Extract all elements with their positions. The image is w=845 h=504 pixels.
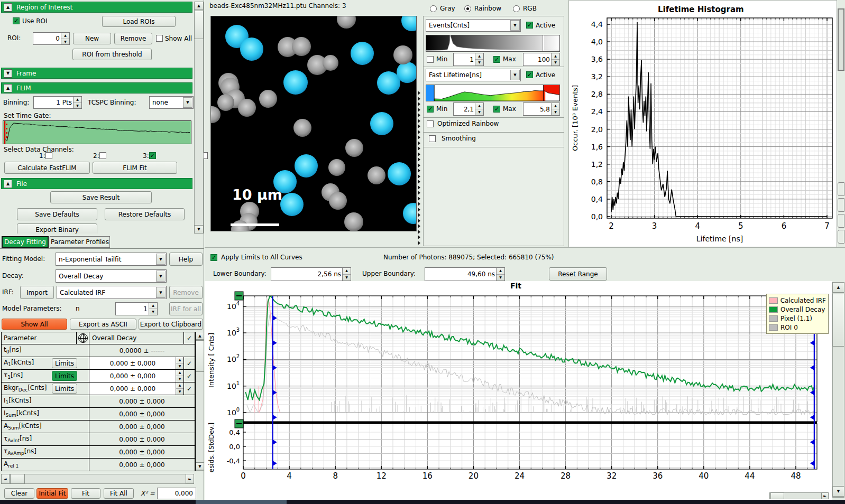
spin-arrows[interactable]: ▲▼ (475, 53, 483, 66)
spin-arrows[interactable]: ▲▼ (176, 357, 183, 369)
expand-icon[interactable]: ▼ (4, 69, 12, 78)
spin-arrows[interactable]: ▲▼ (176, 382, 183, 395)
collapse-icon[interactable]: ▲ (4, 3, 12, 12)
param-value-input[interactable]: 0,000 ± 0,000▲▼ (89, 370, 184, 382)
spin-down-icon[interactable]: ▼ (74, 103, 81, 109)
save-result-button[interactable]: Save Result (50, 191, 152, 203)
scroll-up-icon[interactable]: ▲ (194, 2, 204, 10)
spin-up-icon[interactable]: ▲ (61, 33, 69, 39)
fitting-model-dropdown[interactable]: n-Exponential Tailfit ▼ (56, 253, 167, 266)
chevron-down-icon[interactable]: ▼ (156, 287, 166, 298)
reset-range-button[interactable]: Reset Range (549, 267, 607, 281)
scroll-right-icon[interactable]: ► (821, 492, 829, 499)
spin-up-icon[interactable]: ▲ (552, 53, 559, 60)
lifetime-gradient-bar[interactable] (426, 85, 560, 101)
scroll-right-icon[interactable]: ► (186, 474, 194, 484)
chevron-down-icon[interactable]: ▼ (156, 254, 166, 265)
binning-spin-arrows[interactable]: ▲▼ (73, 97, 81, 108)
tool-button[interactable] (838, 214, 844, 228)
scrollbar-thumb[interactable] (770, 492, 784, 499)
tool-button[interactable] (838, 198, 844, 212)
param-value-input[interactable]: 0,000 ± 0,000▲▼ (89, 357, 184, 369)
fit-all-button[interactable]: Fit All (104, 488, 134, 499)
collapse-icon[interactable]: ▲ (4, 84, 12, 92)
spin-down-icon[interactable]: ▼ (552, 109, 559, 115)
section-header-flim[interactable]: ▲ FLIM (1, 82, 192, 94)
spin-up-icon[interactable]: ▲ (552, 103, 559, 109)
lifetime-min-checkbox[interactable] (427, 106, 434, 113)
binning-spinbox[interactable]: 1 Pts ▲▼ (33, 96, 82, 109)
optimized-rainbow-checkbox[interactable] (427, 120, 434, 127)
tool-strip-slot[interactable] (838, 8, 844, 71)
spin-down-icon[interactable]: ▼ (552, 60, 559, 66)
spin-down-icon[interactable]: ▼ (475, 60, 483, 66)
n-spinbox[interactable]: 1 ▲▼ (115, 302, 158, 315)
limits-button[interactable]: Limits (52, 358, 77, 368)
export-ascii-button[interactable]: Export as ASCII (70, 319, 136, 330)
spin-down-icon[interactable]: ▼ (475, 109, 483, 115)
save-defaults-button[interactable]: Save Defaults (17, 208, 97, 220)
scrollbar-thumb[interactable] (832, 294, 844, 347)
events-max-checkbox[interactable] (493, 56, 500, 63)
spin-up-icon[interactable]: ▲ (497, 268, 504, 275)
spin-up-icon[interactable]: ▲ (74, 97, 81, 103)
spin-arrows[interactable]: ▲▼ (496, 268, 504, 281)
irf-import-button[interactable]: Import (20, 286, 54, 299)
scroll-up-icon[interactable]: ▲ (832, 282, 844, 293)
collapse-icon[interactable]: ▲ (4, 180, 12, 188)
events-min-spinbox[interactable]: 1 ▲▼ (453, 53, 484, 66)
show-all-curves-button[interactable]: Show All (2, 319, 67, 330)
tool-button[interactable] (838, 230, 844, 244)
lifetime-active-checkbox[interactable] (526, 71, 533, 78)
globe-icon[interactable] (77, 332, 89, 344)
chevron-down-icon[interactable]: ▼ (156, 270, 166, 282)
irf-dropdown[interactable]: Calculated IRF ▼ (57, 286, 167, 299)
spin-arrows[interactable]: ▲▼ (475, 103, 483, 115)
scroll-left-icon[interactable]: ◄ (1, 474, 10, 484)
export-clipboard-button[interactable]: Export to Clipboard (139, 319, 203, 330)
section-header-file[interactable]: ▲ File (1, 178, 192, 189)
chevron-down-icon[interactable]: ▼ (510, 20, 520, 31)
scroll-up-icon[interactable]: ▲ (196, 332, 204, 340)
section-header-region-of-interest[interactable]: ▲ Region of Interest (1, 2, 192, 13)
lifetime-min-spinbox[interactable]: 2,1 ▲▼ (453, 102, 484, 116)
fit-chart[interactable]: 048121620242832364044481001011021031040,… (205, 281, 832, 500)
spin-up-icon[interactable]: ▲ (475, 53, 483, 60)
tab-parameter-profiles[interactable]: Parameter Profiles (50, 236, 110, 248)
spin-arrows[interactable]: ▲▼ (176, 370, 183, 382)
new-roi-button[interactable]: New (73, 33, 111, 44)
lifetime-histogram-chart[interactable]: 2345670,00,40,81,21,62,02,42,83,23,64,04… (569, 1, 837, 247)
gray-radio[interactable] (430, 5, 437, 12)
flim-fit-button[interactable]: FLIM Fit (93, 162, 177, 174)
export-binary-button[interactable]: Export Binary (17, 223, 97, 234)
spin-up-icon[interactable]: ▲ (343, 268, 351, 275)
bead-image[interactable]: 10 µm (210, 16, 417, 231)
fit-button[interactable]: Fit (71, 488, 100, 499)
spin-down-icon[interactable]: ▼ (61, 39, 69, 45)
show-all-checkbox[interactable] (156, 35, 163, 42)
spin-down-icon[interactable]: ▼ (343, 275, 351, 281)
channel-checkbox-3[interactable] (149, 152, 156, 159)
load-rois-button[interactable]: Load ROIs (102, 16, 176, 27)
scrollbar-thumb[interactable] (196, 340, 204, 372)
chevron-down-icon[interactable]: ▼ (183, 97, 192, 108)
calculate-fastflim-button[interactable]: Calculate FastFLIM (4, 162, 90, 174)
spin-arrows[interactable]: ▲▼ (551, 103, 559, 115)
rainbow-radio[interactable] (464, 5, 471, 12)
upper-boundary-spinbox[interactable]: 49,60 ns ▲▼ (425, 267, 505, 281)
events-min-checkbox[interactable] (427, 56, 434, 63)
channel-checkbox-2[interactable] (99, 152, 106, 159)
use-roi-checkbox[interactable] (13, 17, 20, 24)
rgb-radio[interactable] (513, 5, 520, 12)
limits-button[interactable]: Limits (52, 384, 77, 394)
scrollbar-thumb[interactable] (10, 474, 25, 484)
section-header-frame[interactable]: ▼ Frame (1, 68, 192, 79)
lifetime-max-spinbox[interactable]: 5,8 ▲▼ (523, 102, 560, 116)
roi-spinbox[interactable]: 0 ▲▼ (33, 32, 70, 45)
irf-for-all-button[interactable]: IRF for all (169, 302, 203, 315)
events-active-checkbox[interactable] (526, 22, 533, 29)
remove-roi-button[interactable]: Remove (114, 33, 152, 44)
param-fit-checkmark[interactable]: ✓ (184, 370, 195, 382)
initial-fit-button[interactable]: Initial Fit (36, 488, 68, 499)
clear-button[interactable]: Clear (4, 488, 34, 499)
